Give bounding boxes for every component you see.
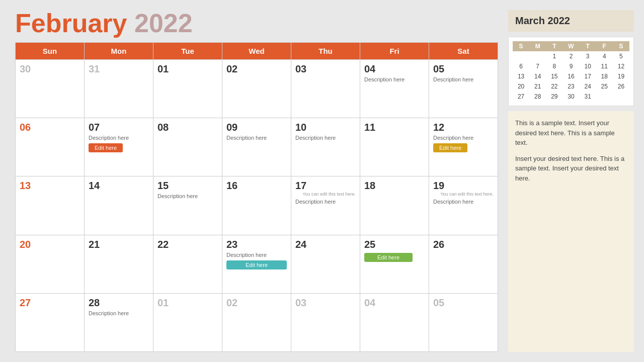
calendar-cell: 13 bbox=[16, 176, 85, 235]
mini-cal-cell bbox=[596, 92, 613, 102]
march-title-box: March 2022 bbox=[508, 10, 634, 32]
sidebar-text-2: Insert your desired text here. This is a… bbox=[515, 154, 627, 184]
day-description: Description here bbox=[89, 135, 149, 141]
mini-cal-cell: 9 bbox=[562, 61, 579, 71]
right-section: March 2022 SMTWTFS1234567891011121314151… bbox=[508, 10, 634, 352]
calendar-cell: 01 bbox=[153, 60, 222, 118]
mini-cal-cell: 14 bbox=[529, 71, 546, 81]
calendar-cell: 12Description hereEdit here bbox=[429, 118, 498, 176]
mini-cal-row: 6789101112 bbox=[513, 61, 629, 71]
mini-cal-header: S bbox=[513, 41, 529, 51]
mini-cal-cell: 18 bbox=[596, 71, 613, 81]
day-number: 13 bbox=[20, 179, 80, 192]
day-number: 26 bbox=[433, 238, 494, 250]
day-number: 28 bbox=[89, 297, 149, 309]
mini-cal-cell: 26 bbox=[613, 81, 629, 92]
day-description: Description here bbox=[295, 135, 356, 141]
mini-cal-cell: 16 bbox=[562, 71, 579, 81]
calendar-cell: 28Description here bbox=[85, 293, 153, 351]
mini-cal-row: 20212223242526 bbox=[513, 81, 629, 92]
cal-header-cell: Mon bbox=[85, 43, 153, 60]
day-description: Description here bbox=[157, 193, 218, 199]
mini-cal-cell: 25 bbox=[596, 81, 613, 92]
calendar-cell: 06 bbox=[16, 118, 85, 176]
day-number: 02 bbox=[226, 63, 287, 75]
mini-cal-cell: 24 bbox=[580, 81, 596, 92]
day-number: 04 bbox=[364, 63, 425, 75]
mini-cal-cell bbox=[529, 51, 546, 61]
mini-cal-row: 2728293031 bbox=[513, 92, 629, 102]
calendar-cell: 31 bbox=[85, 60, 153, 118]
edit-button[interactable]: Edit here bbox=[433, 143, 467, 152]
day-number: 01 bbox=[157, 63, 218, 75]
mini-cal-cell: 6 bbox=[513, 61, 529, 71]
mini-cal-cell: 23 bbox=[562, 81, 579, 92]
mini-cal-cell bbox=[513, 51, 529, 61]
calendar-cell: 24 bbox=[291, 235, 360, 293]
day-number: 05 bbox=[433, 297, 494, 309]
mini-cal-cell: 21 bbox=[529, 81, 546, 92]
day-description: Description here bbox=[433, 76, 494, 82]
sidebar-text-box: This is a sample text. Insert your desir… bbox=[508, 111, 634, 352]
calendar-cell: 15Description here bbox=[153, 176, 222, 235]
mini-cal-cell: 13 bbox=[513, 71, 529, 81]
day-note: You can edit this text here. bbox=[433, 192, 494, 197]
mini-cal-cell: 22 bbox=[546, 81, 562, 92]
mini-cal-cell: 10 bbox=[580, 61, 596, 71]
calendar-cell: 03 bbox=[291, 60, 360, 118]
mini-cal-cell: 17 bbox=[580, 71, 596, 81]
calendar-cell: 23Description hereEdit here bbox=[222, 235, 291, 293]
calendar-row: 131415Description here1617You can edit t… bbox=[16, 176, 498, 235]
mini-cal-cell: 4 bbox=[596, 51, 613, 61]
day-number: 14 bbox=[89, 179, 149, 192]
cal-header-cell: Fri bbox=[360, 43, 429, 60]
day-number: 22 bbox=[157, 238, 218, 250]
edit-button[interactable]: Edit here bbox=[89, 143, 123, 152]
mini-cal-header: S bbox=[613, 41, 629, 51]
day-number: 20 bbox=[20, 238, 80, 250]
mini-cal-cell: 7 bbox=[529, 61, 546, 71]
mini-cal-cell: 30 bbox=[562, 92, 579, 102]
day-description: Description here bbox=[89, 310, 149, 316]
day-number: 03 bbox=[295, 297, 356, 309]
calendar-row: 20212223Description hereEdit here2425Edi… bbox=[16, 235, 498, 293]
calendar-cell: 14 bbox=[85, 176, 153, 235]
mini-cal-cell: 5 bbox=[613, 51, 629, 61]
day-number: 01 bbox=[157, 297, 218, 309]
calendar-cell: 10Description here bbox=[291, 118, 360, 176]
mini-cal-cell: 28 bbox=[529, 92, 546, 102]
edit-button[interactable]: Edit here bbox=[364, 253, 413, 262]
day-description: Description here bbox=[433, 135, 494, 141]
day-number: 15 bbox=[157, 179, 218, 192]
year-label: 2022 bbox=[134, 9, 193, 38]
calendar-cell: 03 bbox=[291, 293, 360, 351]
calendar-row: 303101020304Description here05Descriptio… bbox=[16, 60, 498, 118]
day-description: Description here bbox=[226, 252, 287, 258]
mini-cal-header: T bbox=[580, 41, 596, 51]
day-number: 25 bbox=[364, 238, 425, 250]
calendar-cell: 02 bbox=[222, 60, 291, 118]
mini-cal-header: M bbox=[529, 41, 546, 51]
cal-header-cell: Tue bbox=[153, 43, 222, 60]
calendar-cell: 08 bbox=[153, 118, 222, 176]
calendar-cell: 11 bbox=[360, 118, 429, 176]
mini-cal-header: T bbox=[546, 41, 562, 51]
day-number: 09 bbox=[226, 121, 287, 133]
mini-cal-cell: 15 bbox=[546, 71, 562, 81]
mini-cal-cell: 8 bbox=[546, 61, 562, 71]
calendar-cell: 27 bbox=[16, 293, 85, 351]
day-number: 06 bbox=[20, 121, 80, 133]
mini-cal-cell bbox=[613, 92, 629, 102]
day-number: 11 bbox=[364, 121, 425, 133]
mini-cal-cell: 2 bbox=[562, 51, 579, 61]
edit-button[interactable]: Edit here bbox=[226, 260, 287, 269]
calendar-row: 0607Description hereEdit here0809Descrip… bbox=[16, 118, 498, 176]
cal-header-cell: Sun bbox=[16, 43, 85, 60]
day-note: You can edit this text here. bbox=[295, 192, 356, 197]
day-number: 24 bbox=[295, 238, 356, 250]
calendar-cell: 19You can edit this text here.Descriptio… bbox=[429, 176, 498, 235]
march-title: March 2022 bbox=[515, 15, 627, 27]
calendar-cell: 18 bbox=[360, 176, 429, 235]
cal-header-cell: Wed bbox=[222, 43, 291, 60]
calendar-cell: 26 bbox=[429, 235, 498, 293]
